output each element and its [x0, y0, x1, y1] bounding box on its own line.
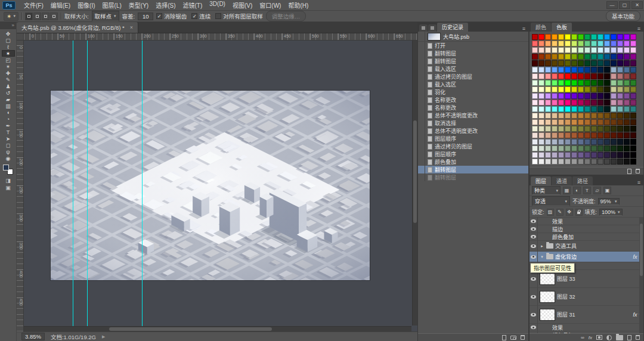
history-item[interactable]: 总体不透明度更改: [418, 127, 528, 135]
swatch[interactable]: [538, 54, 544, 60]
swatch[interactable]: [552, 80, 558, 86]
panel-menu-icon[interactable]: ≡: [521, 26, 527, 32]
swatch[interactable]: [538, 93, 544, 99]
marquee-tool[interactable]: ▢: [2, 37, 15, 44]
anti-alias-checkbox[interactable]: ✓消除锯齿: [156, 12, 187, 20]
history-brush-gutter[interactable]: [418, 88, 425, 96]
swatch[interactable]: [597, 152, 603, 158]
swatch[interactable]: [624, 100, 630, 106]
swatch[interactable]: [630, 139, 636, 145]
swatch[interactable]: [565, 73, 571, 79]
refine-edge-button[interactable]: 调整边缘…: [266, 11, 306, 21]
swatch[interactable]: [617, 67, 623, 73]
swatch[interactable]: [611, 119, 617, 125]
history-item[interactable]: 翻转图层: [418, 173, 528, 181]
swatch[interactable]: [604, 119, 610, 125]
swatch[interactable]: [538, 34, 544, 40]
swatch[interactable]: [545, 100, 551, 106]
menu-item[interactable]: 视图(V): [229, 1, 256, 10]
lock-transparent-pixels-icon[interactable]: ▨: [547, 209, 554, 216]
history-brush-gutter[interactable]: [418, 142, 425, 150]
swatch[interactable]: [532, 126, 538, 132]
tolerance-input[interactable]: [138, 13, 153, 20]
swatch[interactable]: [584, 145, 590, 151]
swatch[interactable]: [565, 67, 571, 73]
swatch[interactable]: [545, 93, 551, 99]
swatch[interactable]: [538, 113, 544, 119]
swatch[interactable]: [611, 67, 617, 73]
intersect-selection-icon[interactable]: [50, 13, 58, 20]
swatch[interactable]: [552, 132, 558, 138]
swatch[interactable]: [624, 106, 630, 112]
delete-state-icon[interactable]: [521, 335, 525, 340]
swatch[interactable]: [591, 119, 597, 125]
swatch[interactable]: [545, 159, 551, 165]
swatch[interactable]: [624, 152, 630, 158]
swatch[interactable]: [532, 152, 538, 158]
swatch[interactable]: [604, 47, 610, 53]
swatch[interactable]: [532, 60, 538, 66]
type-tool[interactable]: T: [2, 129, 15, 135]
swatch[interactable]: [617, 132, 623, 138]
menu-item[interactable]: 图像(I): [74, 1, 98, 10]
swatch[interactable]: [532, 145, 538, 151]
swatch[interactable]: [558, 119, 564, 125]
swatch[interactable]: [565, 106, 571, 112]
history-item[interactable]: 名称更改: [418, 96, 528, 104]
swatch[interactable]: [578, 113, 584, 119]
scrollbar-thumb[interactable]: [109, 327, 272, 331]
fill-input[interactable]: 100% ▾: [599, 209, 623, 216]
swatch[interactable]: [532, 47, 538, 53]
swatch[interactable]: [565, 132, 571, 138]
swatch[interactable]: [591, 139, 597, 145]
swatch[interactable]: [552, 54, 558, 60]
swatch[interactable]: [558, 80, 564, 86]
swatch[interactable]: [611, 106, 617, 112]
history-snapshot[interactable]: 大鸟站.psb: [418, 32, 528, 42]
swatch[interactable]: [630, 159, 636, 165]
path-selection-tool[interactable]: ➤: [2, 135, 15, 142]
visibility-toggle[interactable]: [530, 306, 538, 323]
swatch[interactable]: [604, 41, 610, 46]
swatch[interactable]: [552, 86, 558, 92]
canvas[interactable]: [24, 41, 417, 331]
visibility-toggle[interactable]: [530, 233, 538, 240]
new-adjustment-layer-icon[interactable]: [606, 335, 612, 340]
swatch[interactable]: [565, 47, 571, 53]
swatch[interactable]: [558, 54, 564, 60]
swatch[interactable]: [611, 100, 617, 106]
foreground-color-chip[interactable]: [3, 165, 9, 170]
history-item[interactable]: 打开: [418, 42, 528, 49]
history-brush-gutter[interactable]: [418, 158, 425, 166]
swatch[interactable]: [571, 113, 577, 119]
menu-item[interactable]: 选择(S): [152, 1, 179, 10]
swatch[interactable]: [604, 100, 610, 106]
swatch[interactable]: [597, 145, 603, 151]
eyedropper-tool[interactable]: ✴: [2, 63, 15, 70]
history-brush-gutter[interactable]: [418, 96, 425, 104]
swatch[interactable]: [558, 47, 564, 53]
tab-color[interactable]: 颜色: [531, 23, 551, 32]
swatch[interactable]: [578, 73, 584, 79]
swatch[interactable]: [584, 119, 590, 125]
panel-menu-icon[interactable]: ≡: [636, 179, 642, 185]
swatch[interactable]: [538, 159, 544, 165]
swatch[interactable]: [578, 60, 584, 66]
swatch[interactable]: [630, 47, 636, 53]
swatch[interactable]: [630, 93, 636, 99]
swatch[interactable]: [617, 41, 623, 46]
swatch[interactable]: [617, 119, 623, 125]
hand-tool[interactable]: ψ: [2, 148, 15, 155]
swatch[interactable]: [571, 41, 577, 46]
swatch[interactable]: [578, 152, 584, 158]
swatch[interactable]: [532, 139, 538, 145]
swatch[interactable]: [578, 119, 584, 125]
swatch[interactable]: [545, 152, 551, 158]
swatch[interactable]: [571, 67, 577, 73]
swatch[interactable]: [538, 106, 544, 112]
swatch[interactable]: [630, 126, 636, 132]
swatch[interactable]: [624, 126, 630, 132]
opacity-input[interactable]: 95% ▾: [598, 198, 620, 205]
swatch[interactable]: [538, 67, 544, 73]
expander-icon[interactable]: ▾: [540, 255, 544, 259]
